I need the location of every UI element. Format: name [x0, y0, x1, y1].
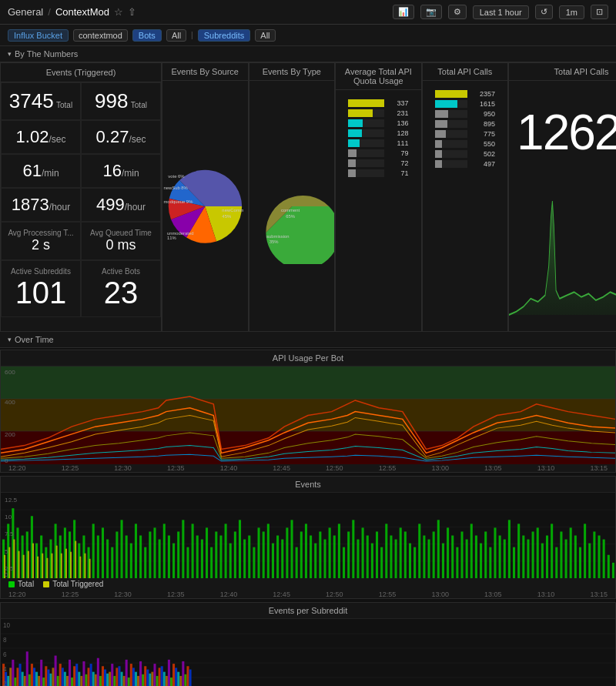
bar-g-54: [253, 547, 255, 578]
sub-bar-61: [144, 666, 146, 686]
chart-icon-btn[interactable]: 📊: [393, 5, 414, 19]
rate4-unit: /min: [122, 168, 139, 179]
sub-bar-43: [102, 666, 104, 686]
sub-bar-38: [90, 664, 92, 686]
active-sub-cell: Active Subreddits 101: [1, 260, 81, 317]
by-the-numbers-header[interactable]: ▾ By The Numbers: [0, 46, 616, 62]
sub-bar-72: [170, 678, 172, 686]
sub-bar-62: [146, 669, 149, 686]
x-tick-1250: 12:50: [326, 464, 343, 472]
sub-bar-50: [118, 666, 120, 686]
bar-g-100: [470, 524, 473, 578]
bar-g-46: [215, 531, 217, 578]
gear-btn[interactable]: ⚙: [448, 5, 467, 19]
collapse-arrow: ▾: [8, 50, 12, 58]
over-time-arrow: ▾: [8, 336, 12, 343]
events-chart-content: 12.5 10 7.5 5 2.5 0: [1, 493, 615, 578]
total-api-bar-5: 550: [435, 140, 496, 148]
sub-bar-68: [161, 666, 163, 686]
camera-btn[interactable]: 📷: [420, 5, 442, 19]
events-total-num: 3745: [9, 89, 54, 112]
bar-g-26: [121, 520, 123, 578]
api-usage-x-axis: 12:20 12:25 12:30 12:35 12:40 12:45 12:5…: [1, 464, 615, 472]
events-by-source-panel: Events By Source: [162, 62, 249, 332]
bar-g-45: [210, 547, 213, 578]
sub-bar-55: [130, 664, 132, 686]
sub-bar-17: [40, 660, 42, 686]
sub-bar-78: [184, 674, 186, 686]
band-red: [1, 431, 615, 464]
sub-bar-7: [16, 668, 18, 686]
sub-bar-69: [163, 672, 166, 686]
bar-g-59: [276, 536, 279, 579]
bar-g-77: [362, 527, 364, 578]
bar-g-99: [466, 540, 468, 578]
sub-bar-29: [69, 660, 71, 686]
sub-bar-53: [126, 660, 128, 686]
avg-queue-label: Avg Queued Time: [88, 229, 154, 237]
bar-g-61: [286, 527, 288, 578]
filter-contextmod[interactable]: contextmod: [73, 29, 128, 42]
sub-bar-79: [186, 666, 189, 686]
share-icon[interactable]: ⇧: [128, 6, 136, 18]
band-green: [1, 366, 615, 399]
api-usage-chart-panel: API Usage Per Bot 600 400 200: [0, 350, 616, 473]
bar-g-81: [380, 547, 383, 578]
breadcrumb-general[interactable]: General: [8, 6, 43, 18]
sub-bar-76: [179, 676, 182, 686]
bar-y-8: [37, 557, 38, 578]
filter-subreddits-value[interactable]: All: [255, 29, 275, 42]
bar-g-39: [182, 520, 184, 578]
bar-g-108: [508, 520, 511, 578]
time-range-btn[interactable]: Last 1 hour: [473, 5, 529, 19]
avg-api-usage-panel: Average Total API Quota Usage 337 231 13…: [335, 62, 422, 332]
tv-btn[interactable]: ⊡: [591, 5, 608, 19]
bar-g-94: [442, 544, 444, 578]
bar-g-55: [258, 527, 260, 578]
ev-x-1300: 13:00: [431, 591, 449, 598]
bar-y-2: [8, 547, 10, 578]
bar-g-114: [537, 527, 539, 578]
events-y-5: 5: [5, 548, 8, 555]
refresh-btn[interactable]: ↺: [535, 5, 553, 19]
x-tick-1305: 13:05: [484, 464, 502, 472]
events-triggered-title: Events (Triggered): [1, 63, 161, 82]
filter-subreddits[interactable]: Subreddits: [198, 29, 251, 42]
bar-g-106: [499, 536, 501, 579]
avg-proc-cell: Avg Processing T... 2 s: [1, 222, 81, 260]
x-tick-1315: 13:15: [590, 464, 608, 472]
rate2-unit: /sec: [129, 134, 146, 145]
sub-bar-70: [166, 676, 168, 686]
total-api-bar-4: 775: [435, 130, 496, 138]
filter-influx-bucket[interactable]: Influx Bucket: [8, 29, 69, 42]
events-per-subreddit-title: Events per Subreddit: [1, 603, 615, 619]
bar-y-16: [75, 541, 76, 578]
active-sub-label: Active Subreddits: [8, 267, 74, 276]
avg-api-bar-0: 337: [348, 99, 409, 107]
events-total-label: Total: [56, 101, 72, 109]
active-sub-value: 101: [8, 276, 74, 310]
rate6-unit: /hour: [125, 202, 146, 212]
filter-bots-value[interactable]: All: [166, 29, 186, 42]
breadcrumb-contextmod[interactable]: ContextMod: [55, 6, 109, 18]
sub-bar-39: [92, 672, 95, 686]
stats-grid: 3745 Total 998 Total 1.02/sec 0.27/sec 6…: [1, 82, 161, 317]
events-per-subreddit-content: 10 8 6 4 2: [1, 619, 615, 686]
star-icon[interactable]: ☆: [114, 6, 123, 18]
total-api-calls-bar-chart: 2357 1615 950 895: [423, 81, 508, 331]
avg-proc-label: Avg Processing T...: [8, 229, 74, 237]
bar-y-11: [51, 554, 52, 578]
interval-btn[interactable]: 1m: [559, 5, 584, 19]
filter-bots[interactable]: Bots: [132, 29, 162, 42]
sub-bar-54: [128, 678, 130, 686]
sub-bar-49: [116, 668, 118, 686]
events-svg: 12.5 10 7.5 5 2.5 0: [1, 493, 615, 578]
ev-x-1305: 13:05: [484, 591, 502, 598]
rate1-value: 1.02: [16, 127, 49, 146]
events-y-75: 7.5: [5, 531, 14, 538]
bar-g-122: [574, 536, 577, 579]
sub-bar-24: [57, 676, 59, 686]
bar-g-119: [560, 531, 562, 578]
bar-y-4: [18, 551, 20, 578]
over-time-header[interactable]: ▾ Over Time: [0, 332, 616, 348]
